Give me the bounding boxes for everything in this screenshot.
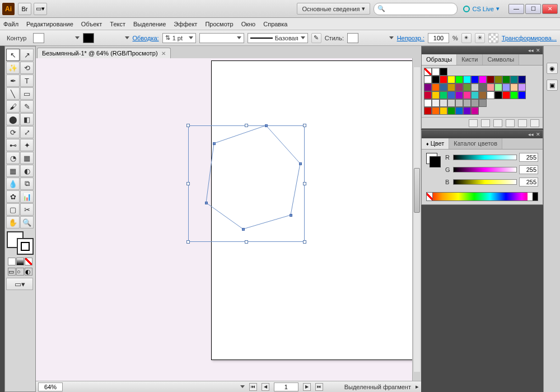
swatch[interactable] (455, 91, 463, 99)
selection-bbox[interactable] (188, 125, 305, 242)
new-group-icon[interactable] (506, 119, 515, 127)
bbox-handle[interactable] (303, 124, 306, 127)
r-slider[interactable] (453, 155, 517, 160)
line-tool[interactable]: ╲ (6, 87, 20, 100)
swatch[interactable] (447, 99, 455, 107)
pencil-tool[interactable]: ✎ (20, 100, 34, 113)
swatch[interactable] (463, 107, 471, 115)
swatch[interactable] (510, 76, 518, 83)
zoom-input[interactable] (38, 382, 63, 391)
stroke-swatch[interactable] (83, 33, 94, 43)
screen-mode-1-icon[interactable]: ▭ (8, 268, 16, 276)
style-swatch[interactable] (347, 33, 358, 43)
stroke-link[interactable]: Обводка: (133, 35, 159, 41)
brush-dropdown[interactable]: Базовая (248, 33, 308, 43)
swatch[interactable] (447, 83, 455, 91)
screen-mode-2-icon[interactable]: ○ (16, 268, 24, 276)
magic-wand-tool[interactable]: ✨ (6, 62, 20, 74)
g-slider[interactable] (453, 167, 517, 172)
swatch[interactable] (479, 91, 487, 99)
zoom-tool[interactable]: 🔍 (20, 216, 34, 228)
swatch[interactable] (494, 91, 502, 99)
swatch[interactable] (424, 99, 432, 107)
anchor-point[interactable] (290, 214, 292, 217)
first-page-button[interactable]: ⏮ (249, 383, 257, 391)
minimize-button[interactable]: — (508, 4, 524, 14)
swatch[interactable] (463, 99, 471, 107)
menu-effect[interactable]: Эффект (174, 21, 197, 27)
swatch[interactable] (447, 91, 455, 99)
tab-color-guide[interactable]: Каталог цветов (449, 138, 502, 149)
swatch[interactable] (502, 76, 510, 83)
scale-tool[interactable]: ⤢ (20, 126, 34, 138)
swatch[interactable] (455, 76, 463, 83)
menu-help[interactable]: Справка (263, 21, 287, 27)
color-fill-stroke[interactable] (426, 153, 441, 167)
anchor-point[interactable] (205, 202, 208, 204)
change-screen-mode[interactable]: ▭▾ (6, 278, 33, 290)
swatch[interactable] (463, 91, 471, 99)
panel-collapse-icon[interactable]: ◂◂ (528, 48, 534, 53)
prev-page-button[interactable]: ◀ (262, 383, 269, 391)
swatch-grid[interactable] (422, 66, 543, 117)
arrange-button[interactable]: ▭▾ (34, 3, 47, 15)
swatch[interactable] (424, 91, 432, 99)
swatch[interactable] (455, 83, 463, 91)
swatch[interactable] (510, 91, 518, 99)
swatch[interactable] (479, 99, 487, 107)
opacity-link[interactable]: Непрозр.: (397, 35, 424, 41)
shape-builder-tool[interactable]: ◔ (6, 152, 20, 164)
tab-brushes[interactable]: Кисти (457, 54, 483, 65)
hand-tool[interactable]: ✋ (6, 216, 20, 228)
eyedropper-tool[interactable]: 💧 (6, 178, 20, 190)
swatch[interactable] (518, 91, 526, 99)
swatch[interactable] (471, 76, 479, 83)
menu-window[interactable]: Окно (241, 21, 256, 27)
swatch[interactable] (447, 76, 455, 83)
swatch[interactable] (440, 107, 447, 115)
color-mode-icon[interactable] (8, 258, 16, 265)
gradient-mode-icon[interactable] (16, 258, 24, 265)
swatch[interactable] (463, 76, 471, 83)
rectangle-tool[interactable]: ▭ (20, 87, 34, 100)
stroke-weight-input[interactable]: ⇅1 pt (162, 33, 196, 43)
fill-stroke-indicator[interactable] (7, 231, 34, 255)
swatch[interactable] (479, 83, 487, 91)
next-page-button[interactable]: ▶ (303, 383, 311, 391)
bridge-button[interactable]: Br (18, 3, 31, 15)
menu-view[interactable]: Просмотр (205, 21, 233, 27)
artboard-tool[interactable]: ▢ (6, 203, 20, 216)
cslive-button[interactable]: CS Live▾ (463, 5, 500, 12)
swatch[interactable] (447, 107, 455, 115)
swatch-libraries-icon[interactable] (469, 119, 478, 127)
recolor-icon[interactable]: ✴ (461, 33, 472, 43)
selection-tool[interactable]: ↖ (6, 49, 20, 61)
swatch[interactable] (424, 76, 432, 83)
menu-text[interactable]: Текст (110, 21, 125, 27)
page-input[interactable] (274, 382, 298, 391)
pen-tool[interactable]: ✒ (6, 74, 20, 87)
swatch[interactable] (432, 107, 440, 115)
dock-icon-2[interactable]: ▣ (547, 80, 558, 91)
eraser-tool[interactable]: ◧ (20, 113, 34, 125)
direct-selection-tool[interactable]: ↗ (20, 49, 34, 61)
swatch[interactable] (432, 91, 440, 99)
close-tab-icon[interactable]: ✕ (161, 50, 166, 57)
none-mode-icon[interactable] (25, 258, 32, 265)
delete-swatch-icon[interactable] (530, 119, 539, 127)
panel-close-icon[interactable]: ✕ (536, 48, 540, 53)
close-button[interactable]: ✕ (542, 4, 558, 14)
gradient-tool[interactable]: ◐ (20, 165, 34, 177)
swatch[interactable] (518, 83, 526, 91)
paintbrush-tool[interactable]: 🖌 (6, 100, 20, 113)
lasso-tool[interactable]: ⟲ (20, 62, 34, 74)
fill-swatch[interactable] (33, 33, 44, 43)
swatch[interactable] (510, 83, 518, 91)
blend-tool[interactable]: ⧉ (20, 178, 34, 190)
transparency-icon[interactable] (488, 33, 498, 43)
swatch[interactable] (487, 91, 494, 99)
swatch[interactable] (424, 83, 432, 91)
new-swatch-icon[interactable] (518, 119, 527, 127)
swatch[interactable] (471, 83, 479, 91)
align-icon[interactable]: ☀ (475, 33, 485, 43)
